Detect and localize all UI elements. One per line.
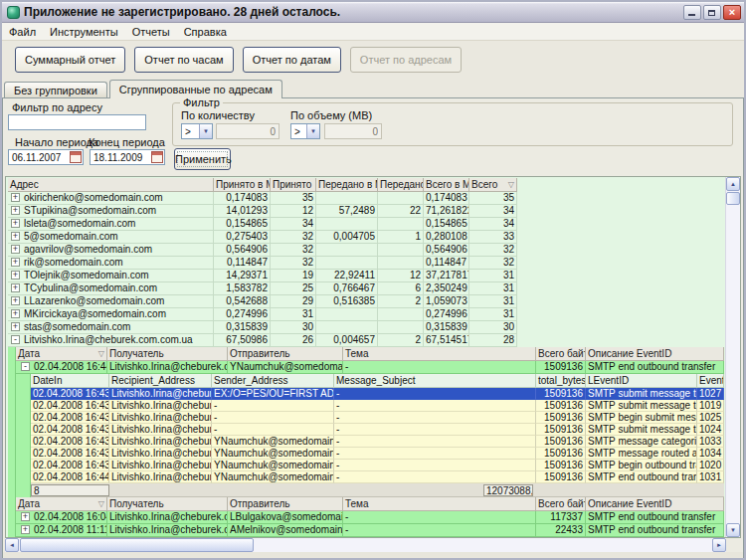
column-header-message-subject[interactable]: Message_Subject: [334, 374, 536, 388]
expand-icon[interactable]: +: [11, 193, 20, 202]
expand-icon[interactable]: +: [11, 232, 20, 241]
expand-icon[interactable]: +: [11, 309, 20, 318]
address-row[interactable]: +LLazarenko@somedomain.com 0,542688 29 0…: [8, 295, 724, 308]
scroll-left-icon[interactable]: ◄: [5, 538, 19, 552]
address-row[interactable]: +MKircickaya@somedomain.com 0,274996 31 …: [8, 308, 724, 321]
column-header-date[interactable]: Дата▽: [16, 497, 107, 511]
report-button[interactable]: Суммарный отчет: [15, 47, 125, 73]
column-header-received-mb[interactable]: Принято в МБ: [214, 178, 271, 192]
event-row[interactable]: 02.04.2008 16:43:38 Litvishko.Irina@cheb…: [31, 388, 724, 400]
count-value-input[interactable]: [216, 123, 280, 139]
expand-icon[interactable]: +: [11, 271, 20, 280]
menu-item[interactable]: Инструменты: [43, 23, 125, 40]
tab[interactable]: Без группировки: [4, 82, 107, 97]
column-header-total[interactable]: Всего▽: [469, 178, 517, 192]
horizontal-scroll-thumb[interactable]: [20, 538, 254, 552]
detail-row-expanded[interactable]: -02.04.2008 16:44:27 Litvishko.Irina@che…: [16, 361, 724, 374]
event-row[interactable]: 02.04.2008 16:43:38 Litvishko.Irina@cheb…: [31, 448, 724, 460]
column-header-total-mb[interactable]: Всего в МБ: [424, 178, 469, 192]
event-row[interactable]: 02.04.2008 16:44:27 Litvishko.Irina@cheb…: [31, 471, 724, 483]
minimize-button[interactable]: [683, 5, 701, 20]
detail-row[interactable]: +02.04.2008 16:04:26 Litvishko.Irina@che…: [16, 511, 724, 524]
calendar-icon[interactable]: [70, 151, 82, 163]
column-header-event[interactable]: Описание EventID: [586, 347, 724, 361]
menu-item[interactable]: Справка: [177, 23, 234, 40]
column-header-recipient[interactable]: Получатель: [107, 497, 228, 511]
expand-icon[interactable]: +: [11, 283, 20, 292]
app-icon: [7, 6, 20, 19]
expand-icon[interactable]: +: [11, 245, 20, 254]
column-header-address[interactable]: Адрес: [8, 178, 214, 192]
expand-icon[interactable]: +: [21, 525, 30, 534]
expand-icon[interactable]: -: [11, 335, 20, 344]
address-row[interactable]: -Litvishko.Irina@cheburek.com.com.ua 67,…: [8, 334, 724, 347]
tab-strip: Без группировкиСгруппированные по адреса…: [2, 79, 744, 97]
column-header-date[interactable]: Дата▽: [16, 347, 107, 361]
event-row[interactable]: 02.04.2008 16:43:38 Litvishko.Irina@cheb…: [31, 436, 724, 448]
calendar-icon[interactable]: [151, 151, 163, 163]
chevron-down-icon[interactable]: ▼: [306, 124, 319, 138]
column-header-subject[interactable]: Тема: [343, 497, 536, 511]
column-header-bytes[interactable]: Всего байт: [536, 497, 586, 511]
column-header-recipient[interactable]: Получатель: [107, 347, 228, 361]
expand-icon[interactable]: +: [11, 258, 20, 267]
count-operator-select[interactable]: > ▼: [181, 123, 213, 139]
menu-item[interactable]: Отчеты: [125, 23, 177, 40]
vertical-scroll-thumb[interactable]: [726, 192, 740, 205]
report-button[interactable]: Отчет по адресам: [350, 47, 462, 73]
address-row[interactable]: +STupikina@somedomain.com 14,01293 12 57…: [8, 205, 724, 218]
chevron-down-icon[interactable]: ▼: [199, 124, 212, 138]
address-row[interactable]: +stas@somedomain.com 0,315839 30 0,31583…: [8, 321, 724, 334]
column-header-sent-mb[interactable]: Передано в МБ: [316, 178, 378, 192]
address-row[interactable]: +5@somedomain.com 0,275403 32 0,004705 1…: [8, 231, 724, 244]
address-row[interactable]: +okirichenko@somedomain.com 0,174083 35 …: [8, 192, 724, 205]
event-row[interactable]: 02.04.2008 16:43:38 Litvishko.Irina@cheb…: [31, 460, 724, 471]
column-header-event-id[interactable]: Event_ID: [697, 374, 724, 388]
expand-icon[interactable]: +: [11, 206, 20, 215]
volume-value-input[interactable]: [324, 123, 382, 139]
column-header-recipient-address[interactable]: Recipient_Address: [109, 374, 212, 388]
detail-row[interactable]: +02.04.2008 11:11:57 Litvishko.Irina@che…: [16, 524, 724, 537]
column-header-total-bytes[interactable]: total_bytes: [536, 374, 586, 388]
horizontal-scrollbar[interactable]: ◄ ►: [5, 538, 741, 552]
address-row[interactable]: +rik@somedomain.com 0,114847 32 0,114847…: [8, 257, 724, 270]
column-header-event[interactable]: Описание EventID: [586, 497, 724, 511]
column-header-subject[interactable]: Тема: [343, 347, 536, 361]
column-header-sent[interactable]: Передано: [378, 178, 424, 192]
expand-icon[interactable]: +: [21, 512, 30, 521]
address-filter-input[interactable]: [8, 114, 146, 130]
address-row[interactable]: +lsleta@somedomain.com 0,154865 34 0,154…: [8, 218, 724, 231]
tab[interactable]: Сгруппированные по адресам: [109, 80, 282, 98]
column-header-bytes[interactable]: Всего байт: [536, 347, 586, 361]
column-header-sender-address[interactable]: Sender_Address: [212, 374, 334, 388]
collapse-icon[interactable]: -: [21, 362, 30, 371]
column-header-leventid[interactable]: LEventID: [586, 374, 697, 388]
column-header-received[interactable]: Принято: [271, 178, 316, 192]
expand-icon[interactable]: +: [11, 219, 20, 228]
report-button[interactable]: Отчет по часам: [134, 47, 233, 73]
scroll-up-icon[interactable]: ▲: [726, 177, 740, 191]
close-button[interactable]: ×: [723, 5, 741, 20]
expand-icon[interactable]: +: [11, 322, 20, 331]
expand-icon[interactable]: +: [11, 296, 20, 305]
period-start-input[interactable]: 06.11.2007: [8, 149, 84, 165]
address-row[interactable]: +TCybulina@somedomain.com 1,583782 25 0,…: [8, 282, 724, 295]
apply-button[interactable]: Применить: [174, 148, 231, 170]
scroll-right-icon[interactable]: ►: [712, 538, 726, 552]
menu-item[interactable]: Файл: [2, 23, 43, 40]
address-row[interactable]: +agavrilov@somedomain.com 0,564906 32 0,…: [8, 244, 724, 257]
vertical-scrollbar[interactable]: ▲ ▼: [725, 177, 740, 537]
period-end-input[interactable]: 18.11.2009: [90, 149, 165, 165]
event-row[interactable]: 02.04.2008 16:43:38 Litvishko.Irina@cheb…: [31, 412, 724, 424]
scroll-down-icon[interactable]: ▼: [726, 523, 740, 537]
column-header-datein[interactable]: DateIn: [31, 374, 109, 388]
event-row[interactable]: 02.04.2008 16:43:38 Litvishko.Irina@cheb…: [31, 424, 724, 436]
restore-button[interactable]: [703, 5, 721, 20]
report-button[interactable]: Отчет по датам: [243, 47, 341, 73]
address-row[interactable]: +TOlejnik@somedomain.com 14,29371 19 22,…: [8, 270, 724, 282]
events-region: DateIn Recipient_Address Sender_Address …: [16, 374, 724, 497]
event-row[interactable]: 02.04.2008 16:43:38 Litvishko.Irina@cheb…: [31, 400, 724, 412]
column-header-sender[interactable]: Отправитель: [228, 347, 343, 361]
column-header-sender[interactable]: Отправитель: [228, 497, 343, 511]
volume-operator-select[interactable]: > ▼: [290, 123, 320, 139]
